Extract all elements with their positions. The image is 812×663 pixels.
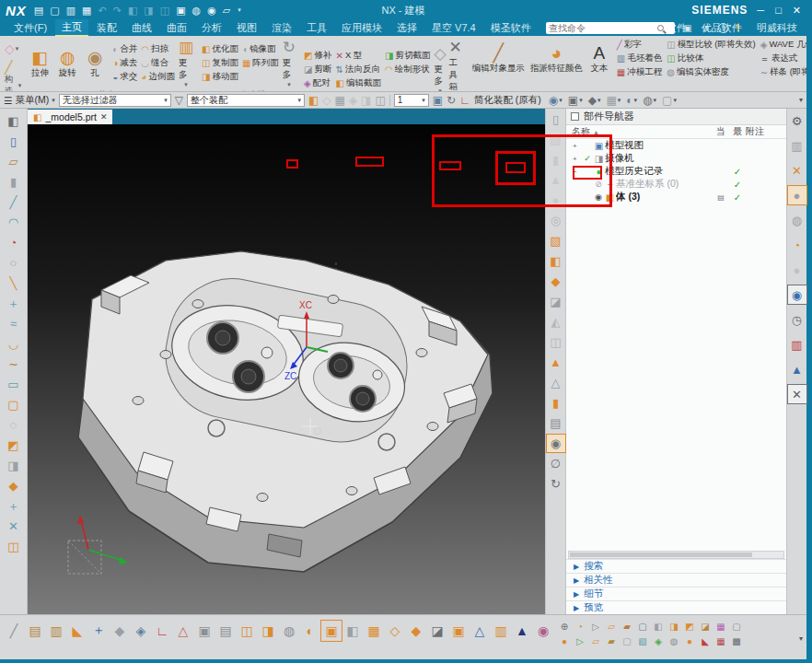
show-icon[interactable]: ◉	[547, 435, 565, 452]
ribbon-tab[interactable]: 明威科技	[750, 20, 804, 36]
viewport-3d-scene[interactable]: XC ZC	[28, 124, 545, 614]
selection-scope-combo[interactable]: 整个装配▾	[187, 94, 305, 107]
sheets-orange-icon[interactable]: ▦	[364, 621, 384, 641]
paste-icon[interactable]: ◫	[160, 5, 169, 17]
render-style-icon[interactable]: ◧	[5, 111, 23, 130]
alert-icon[interactable]: !	[734, 23, 742, 33]
datum-plus-icon[interactable]: ＋	[5, 496, 23, 515]
table-icon[interactable]: ▦	[713, 634, 728, 648]
ribbon-big-button[interactable]: A文本	[586, 43, 613, 75]
redo-icon[interactable]: ↷	[113, 5, 122, 17]
show-hide-icon[interactable]: ◧	[308, 94, 319, 107]
ribbon-big-button[interactable]: ╱编辑对象显示	[470, 43, 528, 75]
collapsed-panel[interactable]: ▶ 预览	[566, 600, 786, 614]
tools-icon[interactable]: ✕	[788, 385, 806, 403]
cube-pair2-icon[interactable]: ◧	[342, 621, 363, 641]
tree-row[interactable]: + ▣ 模型视图	[566, 139, 786, 152]
curve-icon[interactable]: ◡	[5, 334, 23, 353]
collapsed-panel[interactable]: ▶ 细节	[566, 587, 786, 600]
arrow-icon[interactable]: ▷	[588, 620, 603, 634]
pencil-icon[interactable]: ╱	[4, 621, 24, 641]
save-as-icon[interactable]: ▦	[82, 5, 91, 17]
snap-angle-icon[interactable]: ∟	[152, 621, 172, 641]
ribbon-small-button[interactable]: ◫模型比较 (即将失效)	[666, 39, 756, 51]
ribbon-small-button[interactable]: ◧编辑截面	[335, 77, 382, 89]
gear-icon[interactable]: ⚙	[788, 111, 806, 130]
brush-icon[interactable]: ◣	[698, 634, 713, 648]
circle-radius-icon[interactable]: ◔	[5, 233, 23, 251]
close-button[interactable]: ✕	[793, 5, 801, 17]
ribbon-small-button[interactable]: ◈配对	[303, 77, 332, 89]
hide-icon[interactable]: ∅	[547, 455, 565, 472]
ribbon-small-button[interactable]: ✕X 型	[335, 50, 382, 62]
tree-row[interactable]: ⊘ ＋ 基准坐标系 (0) ✓	[566, 178, 786, 191]
ribbon-tab[interactable]: 文件(F)	[7, 20, 53, 36]
edit-body-icon[interactable]: ◍	[788, 211, 806, 229]
swept-icon[interactable]: ◩	[5, 436, 23, 454]
navigator-checkbox-icon[interactable]	[571, 112, 579, 121]
ribbon-small-button[interactable]: ◖镜像面	[241, 43, 280, 55]
stack-parts-icon[interactable]: ▥	[491, 621, 511, 641]
layers-copy-icon[interactable]: ◫	[237, 621, 257, 641]
ribbon-small-button[interactable]: ◪剪断	[303, 64, 332, 76]
ribbon-small-button[interactable]: ◨移动面	[201, 71, 239, 83]
ribbon-tab[interactable]: 星空 V7.4	[425, 20, 482, 36]
search-input[interactable]	[549, 23, 657, 33]
hex-orange-icon[interactable]: ◆	[547, 273, 565, 290]
tree-row[interactable]: + ✓ ◨ 摄像机	[566, 152, 786, 165]
minimize-button[interactable]: ─	[757, 5, 764, 17]
navigator-column-header[interactable]: 名称▲ 当 最 附注	[566, 125, 786, 139]
constraint-icon[interactable]: ◈	[349, 94, 357, 107]
layer-settings-dropdown[interactable]: ◍▾	[643, 94, 656, 107]
ribbon-tab[interactable]: 模圣软件	[484, 20, 538, 36]
ribbon-big-button[interactable]: ◉孔	[81, 48, 109, 79]
sheet-d-icon[interactable]: ▱	[588, 634, 603, 648]
block-icon[interactable]: ▧	[547, 131, 565, 148]
cube-c-icon[interactable]: ◩	[682, 620, 697, 634]
kinematics-icon[interactable]: ▲	[788, 360, 806, 378]
blob-icon[interactable]: ◌	[5, 415, 23, 434]
ribbon-small-button[interactable]: ◩修补	[303, 50, 332, 62]
move-component-icon[interactable]: ▦	[335, 94, 345, 107]
ribbon-big-button[interactable]: ◧拉伸	[26, 48, 53, 79]
drafting-sheet2-icon[interactable]: ▥	[46, 621, 66, 641]
ribbon-tab[interactable]: 分析	[195, 20, 228, 36]
undo-icon[interactable]: ↶	[98, 5, 106, 17]
bowtie-icon[interactable]: ▲	[512, 621, 532, 641]
bottombar-overflow-arrow[interactable]: ▾	[799, 634, 803, 643]
visibility-dropdown[interactable]: ◐▾	[626, 94, 637, 107]
ribbon-tab[interactable]: 曲面	[160, 20, 193, 36]
face-delete-icon[interactable]: ◪	[547, 293, 565, 310]
remember-icon[interactable]: ◨	[361, 94, 371, 107]
datum-csys-icon[interactable]: ∟	[459, 94, 470, 107]
arc-icon[interactable]: ◠	[5, 213, 23, 231]
ribbon-small-button[interactable]: ◧优化面	[201, 43, 239, 55]
ribbon-small-button[interactable]: ◕边倒圆	[140, 71, 176, 83]
combine-icon[interactable]: ◫	[5, 537, 23, 555]
screen-icon[interactable]: ▦	[713, 620, 728, 634]
point-target-icon[interactable]: ＋	[88, 621, 109, 641]
fan-icon[interactable]: ◔	[573, 620, 587, 634]
sheet-c-icon[interactable]: ▢	[635, 620, 650, 634]
window-icon[interactable]: ▱	[223, 5, 230, 17]
pyramid-icon[interactable]: △	[547, 374, 565, 391]
pen-sphere-icon[interactable]: ◉	[533, 621, 553, 641]
drafting-sheet-icon[interactable]: ▤	[25, 621, 45, 641]
point-line-icon[interactable]: ╲	[5, 273, 23, 292]
help-icon[interactable]: ?	[718, 23, 728, 33]
ribbon-tab[interactable]: 渲染	[265, 20, 298, 36]
ribbon-small-button[interactable]: ╱彩字	[616, 39, 663, 51]
ribbon-small-button[interactable]: ▥毛坯着色	[616, 52, 663, 64]
ribbon-small-button[interactable]: ＝表达式	[760, 52, 806, 65]
ball-orange-icon[interactable]: ●	[682, 634, 697, 648]
toolbar-overflow-arrow[interactable]: ▾	[799, 96, 803, 104]
sheet-b-icon[interactable]: ▰	[620, 620, 634, 634]
ribbon-big-button[interactable]: ◍旋转	[53, 48, 81, 79]
tree-row[interactable]: ◉ ◧ 体 (3) ▤ ✓	[566, 191, 786, 204]
fit-view-dropdown[interactable]: ▣▾	[568, 94, 583, 107]
ghost-select-icon[interactable]: ◇	[322, 94, 331, 107]
cone-orange-icon[interactable]: ▲	[547, 354, 565, 371]
cut-icon[interactable]: ◧	[128, 5, 137, 17]
tools-more-button[interactable]: ◇更多▾	[434, 44, 446, 93]
block-gray-icon[interactable]: ◆	[110, 621, 130, 641]
